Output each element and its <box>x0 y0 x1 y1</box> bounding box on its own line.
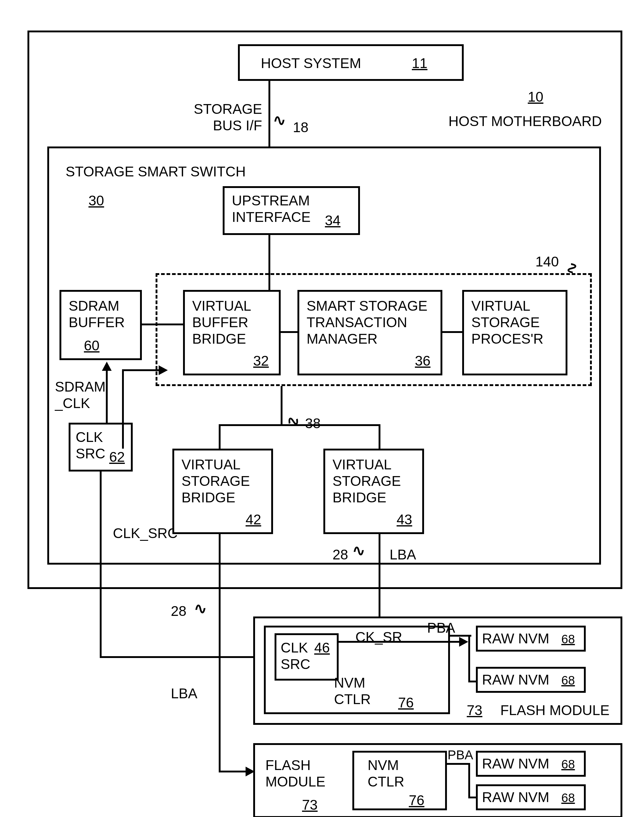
vbb-num: 32 <box>253 353 269 369</box>
line-38-h <box>219 424 380 426</box>
line-sstm-vsp <box>442 331 462 333</box>
clk-src-62-num: 62 <box>109 448 125 465</box>
host-mb-title: HOST MOTHERBOARD <box>448 113 602 129</box>
cksr-label: CK_SR <box>356 629 402 645</box>
pba-2-label: PBA <box>448 748 473 762</box>
wire-28a: 28 <box>333 546 348 563</box>
nvm-ctlr-1-num: 76 <box>398 694 414 711</box>
clk-src-46-title: CLK SRC <box>281 639 310 672</box>
host-system-title: HOST SYSTEM <box>261 55 361 71</box>
junction-38-num: 38 <box>305 415 320 432</box>
raw-nvm-2a-title: RAW NVM <box>482 756 549 772</box>
clk-src-label: CLK_SRC <box>113 525 178 541</box>
sdram-buffer-num: 60 <box>84 337 100 354</box>
vsb-42-title: VIRTUAL STORAGE BRIDGE <box>181 456 250 506</box>
line-38-vsb1 <box>219 424 221 448</box>
line-group-38 <box>281 386 282 426</box>
line-sdram-vbb <box>142 324 183 326</box>
host-mb-num: 10 <box>528 89 543 105</box>
vsb-42-num: 42 <box>245 511 261 528</box>
line-vsb43-down <box>379 534 380 626</box>
fm1-title: FLASH MODULE <box>500 702 610 719</box>
line-pba2-v <box>468 763 470 798</box>
squiggle-18: ∿ <box>273 111 286 129</box>
sdram-clk-label: SDRAM _CLK <box>55 378 106 412</box>
clk-src-46-num: 46 <box>314 639 330 656</box>
sstm-title: SMART STORAGE TRANSACTION MANAGER <box>307 298 428 347</box>
line-pba1-v <box>468 635 470 682</box>
raw-nvm-1a-title: RAW NVM <box>482 630 549 647</box>
fm2-num: 73 <box>302 797 317 813</box>
raw-nvm-1b-title: RAW NVM <box>482 671 549 688</box>
sstm-num: 36 <box>415 353 431 369</box>
line-vsb42-right <box>219 771 249 772</box>
upstream-num: 34 <box>325 212 340 229</box>
line-clksrc-v <box>100 471 101 656</box>
line-clk-to-group-h <box>122 369 124 448</box>
group-140-num: 140 <box>535 253 559 270</box>
raw-nvm-2b-num: 68 <box>561 791 575 805</box>
clk-src-62-title: CLK SRC <box>76 429 105 462</box>
arrow-cksr <box>459 637 468 647</box>
line-clk-to-group-h2 <box>122 369 163 371</box>
switch-title: STORAGE SMART SWITCH <box>66 163 245 180</box>
vbb-title: VIRTUAL BUFFER BRIDGE <box>192 298 251 347</box>
line-pba2-h <box>447 763 470 765</box>
fm2-title: FLASH MODULE <box>265 757 325 790</box>
raw-nvm-2a-num: 68 <box>561 757 575 771</box>
line-38-vsb2 <box>379 424 380 448</box>
arrow-clk-group <box>159 366 168 375</box>
nvm-ctlr-1-title: NVM CTLR <box>334 674 371 708</box>
raw-nvm-1b-num: 68 <box>561 674 575 687</box>
raw-nvm-2b-title: RAW NVM <box>482 789 549 805</box>
upstream-title: UPSTREAM INTERFACE <box>232 192 311 225</box>
arrow-sdram-clk <box>102 362 112 371</box>
fm1-num: 73 <box>467 702 482 719</box>
storage-bus-label: STORAGE BUS I/F <box>194 101 262 134</box>
squiggle-28b: ∿ <box>194 600 207 617</box>
lba-vsb42: LBA <box>171 685 197 702</box>
nvm-ctlr-2-num: 76 <box>409 792 424 808</box>
line-vbb-sstm <box>281 331 297 333</box>
sdram-buffer-title: SDRAM BUFFER <box>69 298 125 330</box>
host-system-num: 11 <box>412 55 428 71</box>
wire-28b: 28 <box>171 603 186 619</box>
lba-vsb43: LBA <box>389 546 416 563</box>
storage-bus-num: 18 <box>293 119 308 135</box>
raw-nvm-1a-num: 68 <box>561 632 575 646</box>
squiggle-140: ∿ <box>563 262 581 275</box>
line-vsb42-down <box>219 534 221 771</box>
vsb-43-title: VIRTUAL STORAGE BRIDGE <box>333 456 401 506</box>
switch-num: 30 <box>89 192 104 209</box>
nvm-ctlr-2-title: NVM CTLR <box>368 757 404 790</box>
squiggle-28a: ∿ <box>353 542 365 559</box>
vsb-43-num: 43 <box>397 511 412 528</box>
line-clk-arrow <box>106 369 108 423</box>
vsp-title: VIRTUAL STORAGE PROCES'R <box>471 298 543 347</box>
pba-1-label: PBA <box>427 620 455 636</box>
